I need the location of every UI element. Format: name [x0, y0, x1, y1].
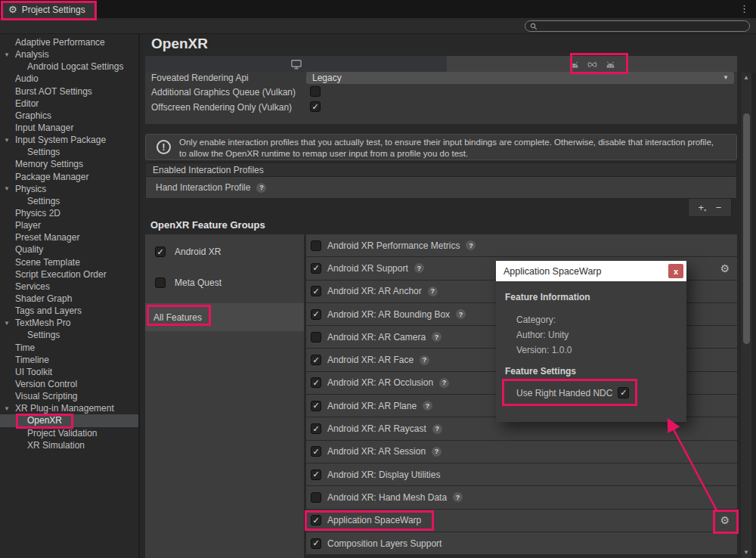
feature-checkbox[interactable]	[311, 286, 321, 296]
scroll-down-icon[interactable]: ▼	[741, 549, 751, 556]
help-icon[interactable]: ?	[420, 355, 429, 365]
feature-checkbox[interactable]	[311, 309, 321, 320]
feature-group-checkbox[interactable]	[155, 246, 166, 257]
sidebar-item[interactable]: Scene Template	[0, 256, 138, 268]
feature-group-checkbox[interactable]	[155, 277, 166, 288]
help-icon[interactable]: ?	[423, 401, 432, 411]
sidebar-item[interactable]: Input System Package	[0, 134, 138, 146]
feature-checkbox[interactable]	[311, 240, 321, 251]
popup-title: Application SpaceWarp	[503, 266, 668, 277]
close-icon[interactable]: x	[668, 264, 683, 278]
feature-row[interactable]: Android XR: Hand Mesh Data ?	[306, 486, 737, 508]
feature-checkbox[interactable]	[311, 446, 321, 457]
kebab-menu-icon[interactable]: ⋮	[739, 3, 749, 14]
sidebar-item[interactable]: Physics	[0, 183, 138, 195]
foldout-triangle-icon[interactable]	[2, 185, 11, 192]
sidebar-item[interactable]: UI Toolkit	[0, 366, 138, 378]
foldout-triangle-icon[interactable]	[2, 51, 11, 58]
feature-checkbox[interactable]	[311, 470, 321, 480]
sidebar-item[interactable]: Services	[0, 281, 138, 293]
all-features-row[interactable]: All Features	[145, 303, 304, 331]
help-icon[interactable]: ?	[453, 492, 463, 502]
sidebar-item[interactable]: Graphics	[0, 110, 138, 122]
ndc-checkbox[interactable]	[618, 387, 629, 398]
feature-checkbox[interactable]	[311, 263, 321, 274]
feature-checkbox[interactable]	[311, 423, 321, 434]
sidebar-item[interactable]: Settings	[0, 195, 138, 207]
sidebar-item[interactable]: Quality	[0, 243, 138, 256]
remove-profile-button[interactable]: −	[716, 203, 722, 212]
tab-android[interactable]	[447, 56, 737, 73]
help-icon[interactable]: ?	[432, 332, 442, 342]
sidebar-item[interactable]: Visual Scripting	[0, 390, 138, 402]
popup-titlebar[interactable]: Application SpaceWarp x	[496, 261, 686, 281]
vertical-scrollbar[interactable]: ▲ ▼	[740, 73, 751, 558]
feature-checkbox[interactable]	[311, 515, 321, 525]
sidebar-item[interactable]: Project Validation	[0, 427, 138, 439]
help-icon[interactable]: ?	[414, 263, 424, 273]
project-settings-tab[interactable]: ⚙ Project Settings	[2, 1, 94, 18]
sidebar-item[interactable]: OpenXR	[0, 414, 138, 426]
sidebar-item[interactable]: XR Plug-in Management	[0, 402, 138, 414]
sidebar-item[interactable]: Adaptive Performance	[0, 36, 138, 48]
foldout-triangle-icon[interactable]	[2, 320, 11, 327]
sidebar-item[interactable]: Script Execution Order	[0, 268, 138, 281]
feature-checkbox[interactable]	[311, 332, 321, 343]
feature-group-row[interactable]: Meta Quest	[145, 272, 304, 293]
sidebar-item[interactable]: Analysis	[0, 48, 138, 60]
foldout-triangle-icon[interactable]	[2, 137, 11, 144]
feature-group-label: Android XR	[175, 246, 221, 257]
search-input[interactable]	[525, 20, 750, 32]
sidebar-item[interactable]: Burst AOT Settings	[0, 85, 138, 98]
scrollbar-thumb[interactable]	[743, 113, 750, 344]
sidebar-item[interactable]: Time	[0, 342, 138, 354]
hand-interaction-profile-row[interactable]: Hand Interaction Profile ?	[145, 177, 737, 199]
feature-row[interactable]: Composition Layers Support	[306, 532, 737, 554]
sidebar-item[interactable]: Player	[0, 219, 138, 231]
help-icon[interactable]: ?	[439, 378, 449, 388]
feature-row[interactable]: Android XR Performance Metrics ?	[306, 234, 737, 256]
sidebar-item[interactable]: Settings	[0, 329, 138, 341]
feature-checkbox[interactable]	[311, 538, 321, 549]
sidebar-item[interactable]: Version Control	[0, 378, 138, 390]
sidebar-item[interactable]: Editor	[0, 98, 138, 110]
scroll-up-icon[interactable]: ▲	[741, 74, 751, 81]
sidebar-item[interactable]: Android Logcat Settings	[0, 60, 138, 73]
sidebar-item[interactable]: TextMesh Pro	[0, 317, 138, 329]
sidebar-item[interactable]: Tags and Layers	[0, 305, 138, 317]
help-icon[interactable]: ?	[428, 287, 438, 296]
sidebar-item[interactable]: Package Manager	[0, 171, 138, 183]
help-icon[interactable]: ?	[432, 424, 442, 434]
sidebar-item[interactable]: Shader Graph	[0, 293, 138, 305]
foldout-triangle-icon[interactable]	[2, 405, 11, 412]
additional-graphics-queue-checkbox[interactable]	[310, 86, 321, 97]
feature-gear-icon[interactable]: ⚙	[720, 514, 730, 526]
feature-checkbox[interactable]	[311, 355, 321, 365]
tab-desktop[interactable]	[145, 56, 447, 73]
sidebar-item[interactable]: XR Simulation	[0, 439, 138, 451]
feature-checkbox[interactable]	[311, 492, 321, 503]
help-icon[interactable]: ?	[432, 447, 442, 457]
help-icon[interactable]: ?	[466, 240, 476, 250]
feature-row[interactable]: Application SpaceWarp ⚙	[306, 510, 737, 532]
add-profile-button[interactable]: +▾	[699, 203, 707, 212]
sidebar-item[interactable]: Preset Manager	[0, 231, 138, 243]
sidebar-item[interactable]: Memory Settings	[0, 158, 138, 170]
help-icon[interactable]: ?	[256, 183, 266, 193]
foveated-rendering-dropdown[interactable]: Legacy ▼	[306, 72, 734, 84]
feature-gear-icon[interactable]: ⚙	[720, 262, 730, 274]
feature-group-row[interactable]: Android XR	[145, 241, 304, 262]
offscreen-rendering-checkbox[interactable]	[310, 101, 321, 112]
sidebar-item[interactable]: Timeline	[0, 354, 138, 366]
help-icon[interactable]: ?	[456, 309, 466, 319]
sidebar-item-label: Version Control	[15, 379, 77, 389]
sidebar-item[interactable]: Settings	[0, 146, 138, 158]
scrollbar-edge	[751, 73, 756, 558]
feature-row[interactable]: Android XR: Display Utilities	[306, 463, 737, 485]
sidebar-item[interactable]: Input Manager	[0, 122, 138, 134]
sidebar-item[interactable]: Physics 2D	[0, 207, 138, 219]
feature-checkbox[interactable]	[311, 377, 321, 388]
sidebar-item[interactable]: Audio	[0, 73, 138, 85]
feature-checkbox[interactable]	[311, 401, 321, 411]
feature-row[interactable]: Android XR: AR Session ?	[306, 441, 737, 463]
